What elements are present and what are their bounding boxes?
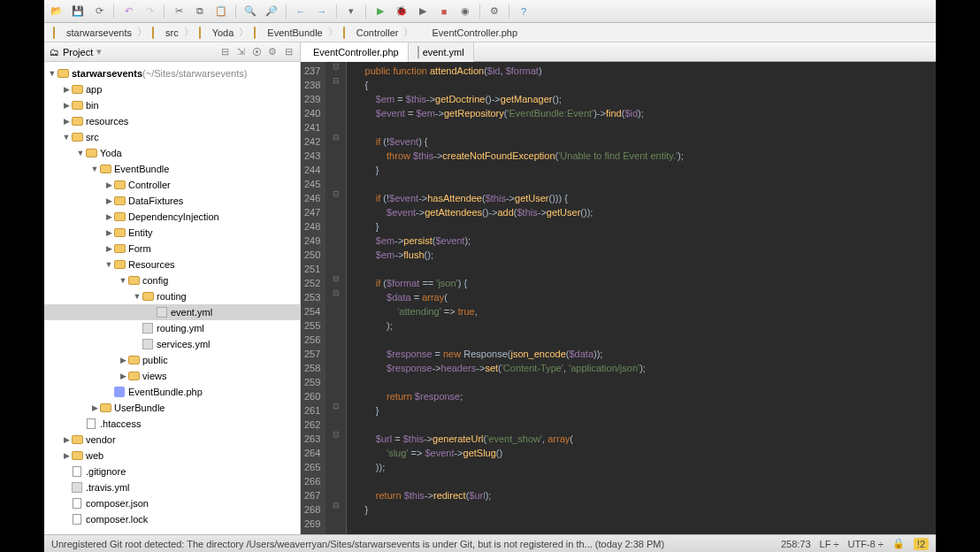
notification-badge[interactable]: !2	[914, 538, 929, 550]
code-editor[interactable]: 2372382392402412422432442452462472482492…	[301, 62, 936, 534]
hide-icon[interactable]: ⊟	[282, 46, 295, 58]
tree-node[interactable]: ▶DependencyInjection	[44, 209, 300, 225]
fold-marker[interactable]	[325, 161, 346, 175]
code-line[interactable]	[354, 262, 929, 276]
refresh-icon[interactable]: ⟳	[92, 4, 106, 19]
fold-marker[interactable]	[325, 260, 346, 274]
breakpoints-icon[interactable]: ◉	[458, 4, 472, 19]
undo-icon[interactable]: ↶	[121, 4, 135, 19]
code-line[interactable]: 'attending' => true,	[354, 304, 929, 318]
code-line[interactable]	[354, 375, 929, 389]
cut-icon[interactable]: ✂	[172, 4, 186, 19]
fold-marker[interactable]	[325, 416, 346, 430]
code-line[interactable]: $url = $this->generateUrl('event_show', …	[354, 432, 929, 446]
code-content[interactable]: public function attendAction($id, $forma…	[347, 62, 936, 534]
status-message[interactable]: Unregistered Git root detected: The dire…	[51, 539, 664, 549]
fold-marker[interactable]	[325, 104, 346, 119]
dropdown-icon[interactable]: ▾	[96, 46, 102, 58]
fold-marker[interactable]	[325, 331, 346, 345]
code-line[interactable]	[354, 333, 929, 347]
tree-node[interactable]: ▶resources	[44, 113, 300, 129]
fold-marker[interactable]: ⊟	[325, 430, 346, 444]
fold-marker[interactable]	[325, 317, 346, 331]
tree-node[interactable]: EventBundle.php	[44, 384, 300, 400]
fold-marker[interactable]	[325, 444, 346, 458]
target-icon[interactable]: ⦿	[250, 46, 263, 58]
fold-marker[interactable]: ⊟	[325, 274, 346, 288]
replace-icon[interactable]: 🔎	[264, 4, 279, 19]
code-line[interactable]: throw $this->createNotFoundException('Un…	[354, 149, 929, 163]
fold-marker[interactable]	[325, 203, 346, 218]
code-line[interactable]: 'slug' => $event->getSlug()	[354, 446, 929, 460]
fold-marker[interactable]	[325, 487, 346, 501]
fold-marker[interactable]: ⊟	[325, 62, 346, 76]
fold-marker[interactable]	[325, 515, 346, 529]
breadcrumb-item[interactable]: EventController.php	[415, 27, 521, 38]
scroll-icon[interactable]: ⇲	[234, 46, 247, 58]
breadcrumb-item[interactable]: src	[149, 27, 182, 38]
fold-marker[interactable]	[325, 246, 346, 260]
settings-icon[interactable]: ⚙	[487, 4, 501, 19]
fold-marker[interactable]	[325, 119, 346, 133]
code-line[interactable]: }	[354, 219, 929, 234]
tree-node[interactable]: composer.json	[44, 495, 300, 511]
breadcrumb-item[interactable]: Controller	[340, 27, 402, 38]
fold-marker[interactable]: ⊟	[325, 501, 346, 515]
fold-marker[interactable]	[325, 373, 346, 387]
code-line[interactable]: }	[354, 163, 929, 177]
tree-node[interactable]: ▼config	[44, 272, 300, 288]
lock-icon[interactable]: 🔒	[892, 538, 905, 549]
code-line[interactable]	[354, 418, 929, 432]
run-icon[interactable]: ▶	[373, 4, 387, 19]
fold-marker[interactable]: ⊟	[325, 189, 346, 203]
code-line[interactable]: $event = $em->getRepository('EventBundle…	[354, 106, 929, 120]
fold-marker[interactable]	[325, 232, 346, 246]
collapse-icon[interactable]: ⊟	[218, 46, 231, 58]
find-icon[interactable]: 🔍	[243, 4, 257, 19]
tree-node[interactable]: ▼EventBundle	[44, 161, 300, 177]
fold-marker[interactable]	[325, 218, 346, 232]
fold-marker[interactable]	[325, 90, 346, 104]
tree-node[interactable]: ▼Resources	[44, 257, 300, 272]
tree-node[interactable]: ▶bin	[44, 97, 300, 113]
dropdown-icon[interactable]: ▾	[344, 4, 358, 19]
code-line[interactable]: $event->getAttendees()->add($this->getUs…	[354, 205, 929, 219]
tree-node[interactable]: .htaccess	[44, 416, 300, 432]
back-icon[interactable]: ←	[294, 4, 308, 19]
code-line[interactable]: $response->headers->set('Content-Type', …	[354, 361, 929, 375]
code-line[interactable]: ));	[354, 460, 929, 474]
code-line[interactable]	[354, 120, 929, 134]
editor-tab[interactable]: event.yml	[409, 42, 474, 62]
tree-node[interactable]: routing.yml	[44, 320, 300, 336]
tree-node[interactable]: ▶views	[44, 368, 300, 384]
code-line[interactable]: return $this->redirect($url);	[354, 488, 929, 502]
fold-marker[interactable]: ⊟	[325, 76, 346, 90]
code-line[interactable]: $response = new Response(json_encode($da…	[354, 347, 929, 361]
fold-marker[interactable]: ⊟	[325, 288, 346, 303]
code-line[interactable]: );	[354, 318, 929, 333]
copy-icon[interactable]: ⧉	[193, 4, 207, 19]
code-line[interactable]: }	[354, 502, 929, 517]
fold-marker[interactable]	[325, 458, 346, 472]
fold-gutter[interactable]: ⊟⊟⊟⊟⊟⊟⊟⊟⊟	[325, 62, 347, 534]
project-tree[interactable]: ▼starwarsevents (~/Sites/starwarsevents)…	[44, 62, 300, 534]
paste-icon[interactable]: 📋	[214, 4, 228, 19]
tree-root[interactable]: ▼starwarsevents (~/Sites/starwarsevents)	[44, 65, 300, 81]
fold-marker[interactable]: ⊟	[325, 133, 346, 147]
tree-node[interactable]: ▶UserBundle	[44, 400, 300, 416]
file-encoding[interactable]: UTF-8 ÷	[848, 539, 884, 549]
fold-marker[interactable]	[325, 387, 346, 402]
tree-node[interactable]: ▶Controller	[44, 177, 300, 193]
tree-node[interactable]: event.yml	[44, 304, 300, 320]
fold-marker[interactable]: ⊟	[325, 402, 346, 416]
tree-node[interactable]: ▼src	[44, 129, 300, 145]
tree-node[interactable]: ▼routing	[44, 288, 300, 304]
code-line[interactable]: $em->flush();	[354, 248, 929, 262]
editor-tab[interactable]: EventController.php	[301, 42, 409, 62]
fold-marker[interactable]	[325, 359, 346, 373]
breadcrumb-item[interactable]: Yoda	[195, 27, 238, 38]
code-line[interactable]: if (!$event) {	[354, 134, 929, 149]
code-line[interactable]: $em->persist($event);	[354, 234, 929, 248]
breadcrumb-item[interactable]: starwarsevents	[50, 27, 135, 38]
tree-node[interactable]: ▶Entity	[44, 225, 300, 241]
